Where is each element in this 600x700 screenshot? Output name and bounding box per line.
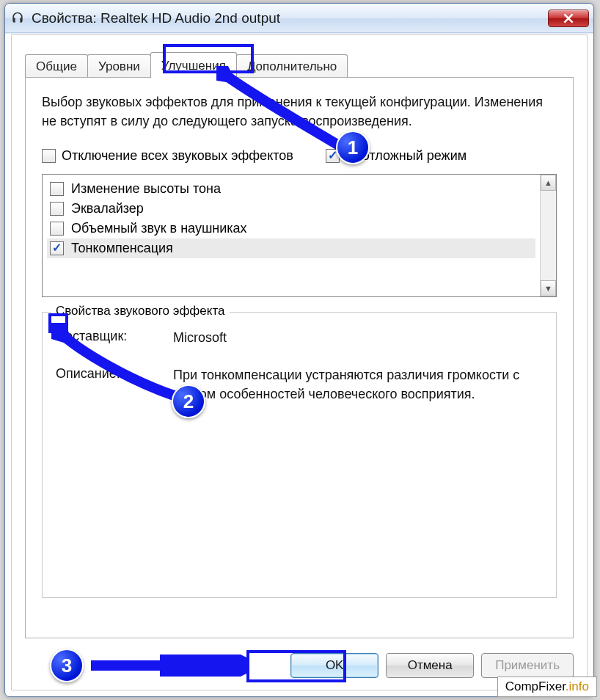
checkbox-icon[interactable] — [50, 202, 64, 216]
provider-label: Поставщик: — [56, 329, 173, 347]
annotation-step-2: 2 — [172, 384, 205, 418]
effect-item-equalizer[interactable]: Эквалайзер — [47, 199, 535, 219]
window-title: Свойства: Realtek HD Audio 2nd output — [32, 10, 548, 26]
disable-all-effects-checkbox[interactable]: Отключение всех звуковых эффектов — [42, 148, 293, 164]
panel-description: Выбор звуковых эффектов для применения к… — [42, 92, 557, 131]
cancel-button[interactable]: Отмена — [386, 653, 474, 678]
effect-item-loudness-equalization[interactable]: Тонкомпенсация — [47, 238, 535, 258]
effect-label: Эквалайзер — [71, 201, 144, 216]
effect-item-pitch[interactable]: Изменение высоты тона — [47, 179, 535, 199]
ok-button[interactable]: OK — [290, 653, 378, 678]
scroll-up-button[interactable]: ▲ — [541, 175, 556, 191]
tab-strip: Общие Уровни Улучшения Дополнительно — [12, 35, 587, 78]
headphones-icon — [10, 10, 26, 26]
annotation-step-1: 1 — [336, 131, 370, 164]
group-legend: Свойства звукового эффекта — [51, 304, 230, 318]
listbox-scrollbar[interactable]: ▲ ▼ — [540, 175, 556, 296]
provider-value: Microsoft — [173, 329, 543, 347]
effects-listbox[interactable]: Изменение высоты тона Эквалайзер Объемны… — [42, 174, 557, 297]
watermark: CompFixer.info — [497, 677, 597, 697]
tab-general[interactable]: Общие — [25, 54, 88, 79]
options-row: Отключение всех звуковых эффектов Неотло… — [42, 148, 557, 164]
checkbox-icon — [42, 149, 56, 163]
properties-window: Свойства: Realtek HD Audio 2nd output Об… — [4, 3, 594, 697]
enhancements-panel: Выбор звуковых эффектов для применения к… — [25, 77, 574, 638]
watermark-part2: .info — [566, 679, 589, 693]
effect-item-headphone-surround[interactable]: Объемный звук в наушниках — [47, 219, 535, 238]
checkbox-icon[interactable] — [50, 241, 64, 255]
effect-label: Тонкомпенсация — [71, 241, 173, 256]
provider-row: Поставщик: Microsoft — [56, 329, 543, 347]
client-area: Общие Уровни Улучшения Дополнительно Выб… — [11, 34, 588, 690]
effect-label: Объемный звук в наушниках — [71, 221, 247, 236]
dialog-buttons: OK Отмена Применить — [290, 653, 574, 678]
annotation-step-3: 3 — [50, 649, 84, 682]
scroll-down-button[interactable]: ▼ — [541, 280, 556, 296]
apply-button[interactable]: Применить — [481, 653, 574, 678]
tab-levels[interactable]: Уровни — [87, 54, 151, 79]
effect-properties-group: Свойства звукового эффекта Поставщик: Mi… — [42, 312, 557, 598]
close-button[interactable] — [548, 10, 589, 27]
effects-items: Изменение высоты тона Эквалайзер Объемны… — [43, 175, 540, 296]
description-value: При тонкомпенсации устраняются различия … — [173, 366, 543, 403]
checkbox-icon[interactable] — [50, 222, 64, 236]
watermark-part1: CompFixer — [505, 679, 566, 693]
tab-enhancements[interactable]: Улучшения — [150, 52, 237, 78]
description-label: Описание: — [56, 366, 173, 403]
disable-all-label: Отключение всех звуковых эффектов — [62, 148, 293, 164]
tab-advanced[interactable]: Дополнительно — [236, 54, 348, 79]
titlebar[interactable]: Свойства: Realtek HD Audio 2nd output — [5, 4, 593, 33]
description-row: Описание: При тонкомпенсации устраняются… — [56, 366, 543, 403]
effect-label: Изменение высоты тона — [71, 181, 221, 197]
checkbox-icon[interactable] — [50, 182, 64, 196]
